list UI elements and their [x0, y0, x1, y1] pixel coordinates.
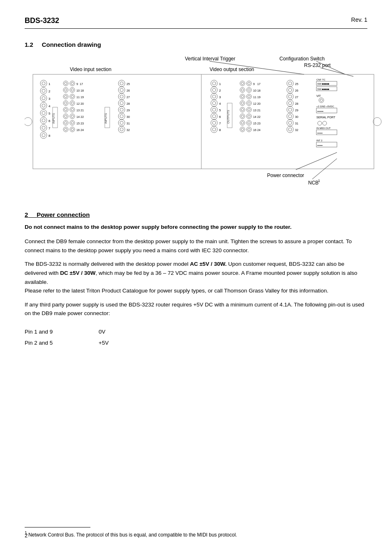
svg-point-16 — [42, 89, 45, 92]
svg-point-94 — [118, 93, 125, 100]
svg-text:14: 14 — [76, 115, 80, 118]
svg-point-164 — [247, 107, 251, 112]
svg-point-64 — [70, 107, 75, 112]
svg-text:30: 30 — [295, 115, 298, 118]
svg-point-204 — [287, 120, 293, 126]
footer: 1 Network Control Bus. The protocol of t… — [25, 527, 367, 539]
svg-point-75 — [65, 122, 67, 124]
svg-point-47 — [71, 89, 74, 91]
svg-text:25: 25 — [295, 83, 298, 85]
svg-point-68 — [63, 114, 68, 119]
svg-text:18: 18 — [81, 89, 84, 92]
pin-2-value: +5V — [99, 337, 108, 348]
section-2-heading: 2 Power connection — [25, 211, 367, 218]
svg-point-70 — [70, 114, 75, 119]
svg-text:9: 9 — [76, 83, 78, 85]
svg-point-11 — [373, 117, 381, 126]
svg-point-165 — [248, 108, 250, 111]
svg-point-217 — [320, 99, 323, 101]
svg-text:4: 4 — [219, 102, 221, 106]
svg-point-130 — [211, 120, 217, 126]
svg-point-121 — [211, 100, 217, 106]
svg-text:29: 29 — [295, 109, 298, 112]
footnote-separator — [25, 527, 90, 527]
svg-point-76 — [70, 120, 75, 125]
svg-text:16: 16 — [76, 129, 80, 131]
svg-point-145 — [241, 89, 244, 91]
svg-point-118 — [211, 93, 217, 100]
svg-point-181 — [241, 128, 244, 131]
svg-point-28 — [42, 119, 45, 122]
svg-point-151 — [241, 95, 244, 98]
svg-text:30: 30 — [127, 115, 130, 118]
svg-text:5: 5 — [48, 112, 51, 115]
svg-point-205 — [288, 121, 292, 124]
svg-point-12 — [40, 80, 47, 87]
svg-point-140 — [247, 81, 251, 86]
svg-point-153 — [248, 95, 250, 98]
svg-text:11: 11 — [253, 96, 256, 99]
svg-point-110 — [120, 128, 123, 131]
svg-point-62 — [63, 107, 68, 112]
section-1-2-title: Connection drawing — [42, 41, 101, 48]
svg-point-152 — [247, 94, 251, 99]
svg-text:17: 17 — [257, 83, 261, 85]
svg-point-116 — [212, 88, 216, 92]
svg-point-125 — [212, 108, 216, 111]
pin-row-1: Pin 1 and 9 0V — [25, 326, 367, 337]
svg-point-207 — [287, 126, 293, 133]
section-1-2-number: 1.2 — [25, 41, 33, 48]
svg-text:21: 21 — [81, 109, 84, 112]
svg-point-186 — [287, 80, 293, 87]
footnote-text: 1 Network Control Bus. The protocol of t… — [25, 530, 367, 539]
svg-point-33 — [40, 132, 47, 138]
svg-point-63 — [65, 108, 67, 111]
svg-point-81 — [65, 128, 67, 131]
power-warning: Do not connect mains to the desktop powe… — [25, 223, 367, 231]
svg-point-18 — [40, 95, 47, 101]
svg-point-128 — [212, 115, 216, 118]
svg-text:SW ■■■■■: SW ■■■■■ — [317, 83, 330, 85]
svg-text:5: 5 — [219, 108, 221, 112]
svg-point-77 — [71, 122, 74, 124]
pin-row-2: Pin 2 and 5 +5V — [25, 337, 367, 348]
svg-point-88 — [118, 80, 125, 87]
svg-point-100 — [118, 106, 125, 113]
svg-text:+2 GND +5VDC: +2 GND +5VDC — [316, 105, 334, 108]
svg-point-53 — [71, 95, 74, 98]
svg-text:13: 13 — [76, 109, 80, 112]
para-2: The BDS-3232 is normally delivered with … — [25, 260, 367, 295]
svg-point-40 — [70, 81, 75, 86]
svg-point-139 — [241, 82, 244, 85]
svg-point-163 — [241, 108, 244, 111]
svg-point-198 — [287, 106, 293, 113]
svg-point-59 — [71, 102, 74, 104]
svg-text:16: 16 — [253, 129, 256, 131]
svg-point-158 — [247, 101, 251, 106]
svg-point-177 — [248, 122, 250, 124]
svg-point-171 — [248, 115, 250, 117]
svg-text:7: 7 — [219, 122, 221, 125]
svg-point-134 — [212, 128, 216, 131]
svg-point-38 — [63, 81, 68, 86]
svg-point-13 — [42, 82, 45, 85]
svg-point-112 — [211, 80, 217, 87]
svg-point-46 — [70, 88, 75, 92]
svg-text:VIT: VIT — [316, 94, 321, 97]
svg-text:31: 31 — [295, 122, 298, 125]
svg-point-69 — [65, 115, 67, 117]
svg-point-122 — [212, 101, 216, 105]
svg-point-15 — [40, 88, 47, 94]
svg-text:7: 7 — [48, 127, 51, 130]
svg-point-56 — [63, 101, 68, 106]
svg-text:3: 3 — [219, 95, 221, 99]
connection-diagram: Vertical Interval Trigger Configuration … — [25, 54, 367, 195]
svg-text:▪▪▪▪▪▪▪: ▪▪▪▪▪▪▪ — [317, 110, 323, 113]
svg-text:31: 31 — [127, 122, 130, 125]
svg-point-133 — [211, 126, 217, 133]
svg-point-104 — [120, 115, 123, 118]
svg-point-31 — [42, 126, 45, 129]
svg-point-98 — [120, 101, 123, 105]
svg-point-176 — [247, 120, 251, 125]
page-number: 2 — [25, 532, 28, 539]
